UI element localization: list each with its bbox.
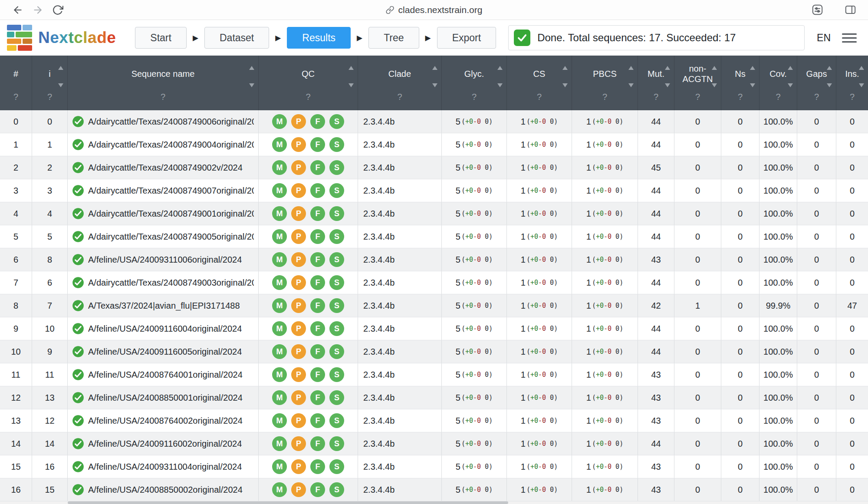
- nextclade-logo[interactable]: [7, 25, 32, 51]
- sort-asc-icon[interactable]: [497, 66, 503, 70]
- column-header-ns[interactable]: Ns?: [721, 56, 760, 110]
- qc-p-badge[interactable]: P: [291, 459, 306, 474]
- sort-desc-icon[interactable]: [562, 83, 568, 87]
- sequence-name-cell[interactable]: A/feline/USA/24009116005original/2024: [68, 340, 259, 363]
- table-row[interactable]: 68A/feline/USA/24009311006original/2024M…: [0, 248, 868, 271]
- qc-p-badge[interactable]: P: [291, 206, 306, 221]
- sort-desc-icon[interactable]: [497, 83, 503, 87]
- column-header-idx[interactable]: #?: [0, 56, 32, 110]
- qc-f-badge[interactable]: F: [310, 160, 325, 175]
- qc-f-badge[interactable]: F: [310, 183, 325, 198]
- column-header-clade[interactable]: Clade?: [358, 56, 442, 110]
- qc-cell[interactable]: MPFS: [259, 386, 358, 409]
- table-row[interactable]: 1516A/feline/USA/24009311004original/202…: [0, 455, 868, 478]
- qc-s-badge[interactable]: S: [329, 206, 344, 221]
- table-row[interactable]: 1312A/feline/USA/24008764002original/202…: [0, 409, 868, 432]
- forward-button[interactable]: [28, 3, 48, 17]
- sort-desc-icon[interactable]: [859, 83, 864, 87]
- table-row[interactable]: 910A/feline/USA/24009116004original/2024…: [0, 317, 868, 340]
- sequence-name-cell[interactable]: A/Texas/37/2024|avian_flu|EPI3171488: [68, 294, 259, 317]
- language-selector[interactable]: EN: [817, 32, 831, 44]
- qc-m-badge[interactable]: M: [272, 183, 287, 198]
- qc-s-badge[interactable]: S: [329, 252, 344, 267]
- table-row[interactable]: 11A/dairycattle/Texas/24008749004origina…: [0, 133, 868, 156]
- qc-m-badge[interactable]: M: [272, 114, 287, 129]
- qc-s-badge[interactable]: S: [329, 137, 344, 152]
- qc-cell[interactable]: MPFS: [259, 202, 358, 225]
- qc-cell[interactable]: MPFS: [259, 156, 358, 179]
- qc-s-badge[interactable]: S: [329, 413, 344, 428]
- column-help[interactable]: ?: [638, 92, 674, 110]
- sort-asc-icon[interactable]: [349, 66, 354, 70]
- tab-results[interactable]: Results: [287, 27, 351, 49]
- sort-desc-icon[interactable]: [665, 83, 670, 87]
- table-row[interactable]: 55A/dairycattle/Texas/24008749005origina…: [0, 225, 868, 248]
- column-header-qc[interactable]: QC?: [259, 56, 358, 110]
- column-help[interactable]: ?: [836, 92, 868, 110]
- qc-f-badge[interactable]: F: [310, 436, 325, 451]
- qc-cell[interactable]: MPFS: [259, 294, 358, 317]
- table-row[interactable]: 22A/dairycattle/Texas/24008749002v/2024M…: [0, 156, 868, 179]
- sort-asc-icon[interactable]: [628, 66, 634, 70]
- menu-button[interactable]: [842, 31, 857, 44]
- scrollbar-thumb[interactable]: [68, 501, 508, 504]
- qc-s-badge[interactable]: S: [329, 344, 344, 359]
- qc-m-badge[interactable]: M: [272, 137, 287, 152]
- qc-cell[interactable]: MPFS: [259, 225, 358, 248]
- sequence-name-cell[interactable]: A/feline/USA/24008764001original/2024: [68, 363, 259, 386]
- sequence-name-cell[interactable]: A/feline/USA/24009311004original/2024: [68, 455, 259, 478]
- qc-s-badge[interactable]: S: [329, 436, 344, 451]
- column-help[interactable]: ?: [721, 92, 759, 110]
- qc-p-badge[interactable]: P: [291, 390, 306, 405]
- qc-cell[interactable]: MPFS: [259, 179, 358, 202]
- column-help[interactable]: ?: [68, 92, 258, 110]
- qc-m-badge[interactable]: M: [272, 413, 287, 428]
- qc-p-badge[interactable]: P: [291, 252, 306, 267]
- qc-s-badge[interactable]: S: [329, 482, 344, 497]
- column-help[interactable]: ?: [797, 92, 836, 110]
- table-row[interactable]: 109A/feline/USA/24009116005original/2024…: [0, 340, 868, 363]
- table-row[interactable]: 00A/dairycattle/Texas/24008749006origina…: [0, 110, 868, 133]
- column-help[interactable]: ?: [507, 92, 572, 110]
- column-header-gaps[interactable]: Gaps?: [797, 56, 836, 110]
- sequence-name-cell[interactable]: A/feline/USA/24008850002original/2024: [68, 478, 259, 501]
- sort-desc-icon[interactable]: [249, 83, 254, 87]
- qc-cell[interactable]: MPFS: [259, 340, 358, 363]
- sort-asc-icon[interactable]: [788, 66, 793, 70]
- qc-p-badge[interactable]: P: [291, 160, 306, 175]
- qc-f-badge[interactable]: F: [310, 482, 325, 497]
- qc-cell[interactable]: MPFS: [259, 432, 358, 455]
- qc-p-badge[interactable]: P: [291, 114, 306, 129]
- qc-p-badge[interactable]: P: [291, 344, 306, 359]
- column-help[interactable]: ?: [32, 92, 67, 110]
- tab-start[interactable]: Start: [135, 27, 187, 49]
- qc-p-badge[interactable]: P: [291, 298, 306, 313]
- qc-m-badge[interactable]: M: [272, 252, 287, 267]
- sequence-name-cell[interactable]: A/feline/USA/24008850001original/2024: [68, 386, 259, 409]
- tab-export[interactable]: Export: [437, 27, 496, 49]
- qc-m-badge[interactable]: M: [272, 298, 287, 313]
- sort-asc-icon[interactable]: [750, 66, 755, 70]
- table-row[interactable]: 44A/dairycattle/Texas/24008749001origina…: [0, 202, 868, 225]
- qc-m-badge[interactable]: M: [272, 321, 287, 336]
- qc-s-badge[interactable]: S: [329, 275, 344, 290]
- qc-m-badge[interactable]: M: [272, 367, 287, 382]
- sequence-name-cell[interactable]: A/feline/USA/24009116004original/2024: [68, 317, 259, 340]
- qc-m-badge[interactable]: M: [272, 229, 287, 244]
- qc-m-badge[interactable]: M: [272, 344, 287, 359]
- address-bar[interactable]: clades.nextstrain.org: [386, 5, 483, 15]
- sort-asc-icon[interactable]: [665, 66, 670, 70]
- qc-p-badge[interactable]: P: [291, 183, 306, 198]
- qc-s-badge[interactable]: S: [329, 114, 344, 129]
- qc-s-badge[interactable]: S: [329, 160, 344, 175]
- tab-dataset[interactable]: Dataset: [204, 27, 269, 49]
- sort-desc-icon[interactable]: [432, 83, 437, 87]
- column-header-glyc[interactable]: Glyc.?: [442, 56, 507, 110]
- qc-f-badge[interactable]: F: [310, 137, 325, 152]
- qc-s-badge[interactable]: S: [329, 367, 344, 382]
- sort-desc-icon[interactable]: [628, 83, 634, 87]
- qc-f-badge[interactable]: F: [310, 413, 325, 428]
- column-header-non_acgtn[interactable]: non-ACGTN?: [674, 56, 721, 110]
- column-header-name[interactable]: Sequence name?: [68, 56, 259, 110]
- qc-f-badge[interactable]: F: [310, 114, 325, 129]
